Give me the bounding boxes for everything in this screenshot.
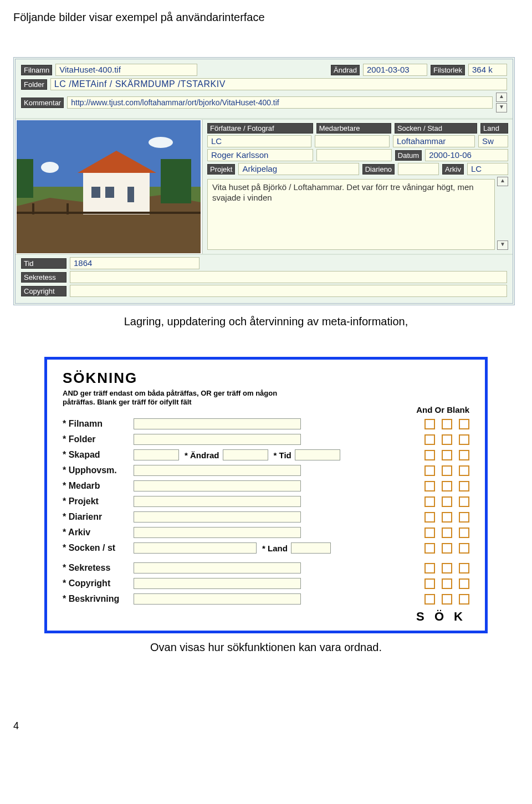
label-projekt: Projekt: [207, 164, 235, 175]
field-medarbetare-1[interactable]: [315, 135, 390, 147]
checkbox-or[interactable]: [442, 465, 452, 476]
svg-rect-10: [66, 203, 69, 214]
input-folder[interactable]: [134, 434, 301, 445]
up-arrow-icon[interactable]: ▲: [497, 177, 508, 186]
checkbox-and[interactable]: [424, 465, 435, 476]
up-arrow-icon[interactable]: ▲: [496, 93, 507, 102]
checkbox-blank[interactable]: [459, 419, 469, 429]
checkbox-and[interactable]: [424, 543, 435, 554]
label-filstorlek: Filstorlek: [431, 65, 465, 75]
field-diarieno[interactable]: [398, 163, 439, 175]
checkbox-or[interactable]: [442, 563, 452, 573]
input-tid[interactable]: [295, 449, 340, 460]
label-projekt: * Projekt: [63, 496, 134, 506]
intro-text: Följande bilder visar exempel på använda…: [13, 11, 519, 24]
input-copyright[interactable]: [134, 578, 301, 589]
sok-button[interactable]: S Ö K: [63, 610, 466, 624]
checkbox-or[interactable]: [442, 528, 452, 538]
field-projekt[interactable]: Arkipelag: [238, 163, 359, 175]
input-land[interactable]: [291, 542, 331, 554]
input-medarb[interactable]: [134, 480, 301, 491]
label-medarb: * Medarb: [63, 481, 134, 491]
label-tid-inline: * Tid: [274, 450, 291, 460]
page-number: 4: [13, 720, 519, 732]
svg-rect-8: [17, 212, 201, 214]
field-copyright[interactable]: [70, 285, 507, 297]
label-diarieno: Diarieno: [362, 164, 395, 175]
label-sekretess: * Sekretess: [63, 563, 134, 573]
checkbox-or[interactable]: [442, 594, 452, 605]
field-land[interactable]: Sw: [478, 135, 508, 147]
input-diarienr[interactable]: [134, 511, 301, 523]
checkbox-and[interactable]: [424, 578, 435, 589]
checkbox-and[interactable]: [424, 496, 435, 507]
field-andrad[interactable]: 2001-03-03: [363, 64, 427, 76]
checkbox-and[interactable]: [424, 563, 435, 573]
field-description[interactable]: Vita huset på Björkö / Loftahammar. Det …: [207, 179, 495, 250]
checkbox-blank[interactable]: [459, 563, 469, 573]
search-panel: SÖKNING AND ger träff endast om båda påt…: [44, 357, 488, 633]
checkbox-blank[interactable]: [459, 528, 469, 538]
svg-rect-11: [161, 159, 191, 203]
checkbox-blank[interactable]: [459, 434, 469, 445]
label-land-inline: * Land: [262, 544, 288, 553]
input-socken[interactable]: [134, 542, 257, 554]
label-copyright: Copyright: [21, 286, 66, 296]
checkbox-and[interactable]: [424, 450, 435, 460]
checkbox-and[interactable]: [424, 594, 435, 605]
field-forfattare-2[interactable]: Roger Karlsson: [207, 149, 313, 161]
checkbox-blank[interactable]: [459, 512, 469, 523]
down-arrow-icon[interactable]: ▼: [497, 240, 508, 250]
checkbox-and[interactable]: [424, 419, 435, 429]
input-filnamn[interactable]: [134, 418, 301, 429]
checkbox-or[interactable]: [442, 496, 452, 507]
field-filstorlek[interactable]: 364 k: [468, 64, 507, 76]
column-header-and-or-blank: And Or Blank: [416, 405, 469, 414]
svg-rect-5: [91, 187, 100, 198]
checkbox-and[interactable]: [424, 512, 435, 523]
input-sekretess[interactable]: [134, 562, 301, 573]
checkbox-or[interactable]: [442, 450, 452, 460]
checkbox-blank[interactable]: [459, 496, 469, 507]
checkbox-blank[interactable]: [459, 481, 469, 491]
checkbox-and[interactable]: [424, 434, 435, 445]
checkbox-or[interactable]: [442, 512, 452, 523]
field-folder[interactable]: LC /METAinf / SKÄRMDUMP /TSTARKIV: [50, 78, 507, 90]
checkbox-blank[interactable]: [459, 450, 469, 460]
checkbox-blank[interactable]: [459, 594, 469, 605]
field-datum[interactable]: 2000-10-06: [425, 149, 508, 161]
checkbox-or[interactable]: [442, 481, 452, 491]
input-projekt[interactable]: [134, 496, 301, 507]
input-arkiv[interactable]: [134, 527, 301, 538]
field-tid[interactable]: 1864: [70, 257, 200, 269]
checkbox-blank[interactable]: [459, 543, 469, 554]
checkbox-or[interactable]: [442, 578, 452, 589]
input-skapad[interactable]: [134, 449, 179, 460]
checkbox-and[interactable]: [424, 481, 435, 491]
caption-panel2: Ovan visas hur sökfunktionen kan vara or…: [13, 641, 519, 654]
svg-point-13: [41, 162, 59, 173]
checkbox-blank[interactable]: [459, 465, 469, 476]
field-socken[interactable]: Loftahammar: [393, 135, 475, 147]
checkbox-blank[interactable]: [459, 578, 469, 589]
down-arrow-icon[interactable]: ▼: [496, 103, 507, 112]
field-arkiv[interactable]: LC: [467, 163, 508, 175]
checkbox-or[interactable]: [442, 419, 452, 429]
checkbox-or[interactable]: [442, 543, 452, 554]
field-medarbetare-2[interactable]: [316, 149, 392, 161]
caption-panel1: Lagring, uppdatering och återvinning av …: [13, 315, 519, 328]
input-upphovsm[interactable]: [134, 465, 301, 476]
input-beskrivning[interactable]: [134, 593, 301, 605]
checkbox-or[interactable]: [442, 434, 452, 445]
field-forfattare-1[interactable]: LC: [207, 135, 311, 147]
image-thumbnail: [16, 120, 203, 254]
label-folder: * Folder: [63, 434, 134, 444]
field-sekretess[interactable]: [70, 271, 507, 283]
field-filnamn[interactable]: VitaHuset-400.tif: [55, 64, 197, 76]
svg-point-14: [149, 137, 173, 148]
input-andrad[interactable]: [223, 449, 268, 460]
field-kommentar[interactable]: http://www.tjust.com/loftahammar/ort/bjo…: [67, 96, 493, 109]
label-land: Land: [480, 123, 508, 134]
label-tid: Tid: [21, 258, 66, 269]
checkbox-and[interactable]: [424, 528, 435, 538]
